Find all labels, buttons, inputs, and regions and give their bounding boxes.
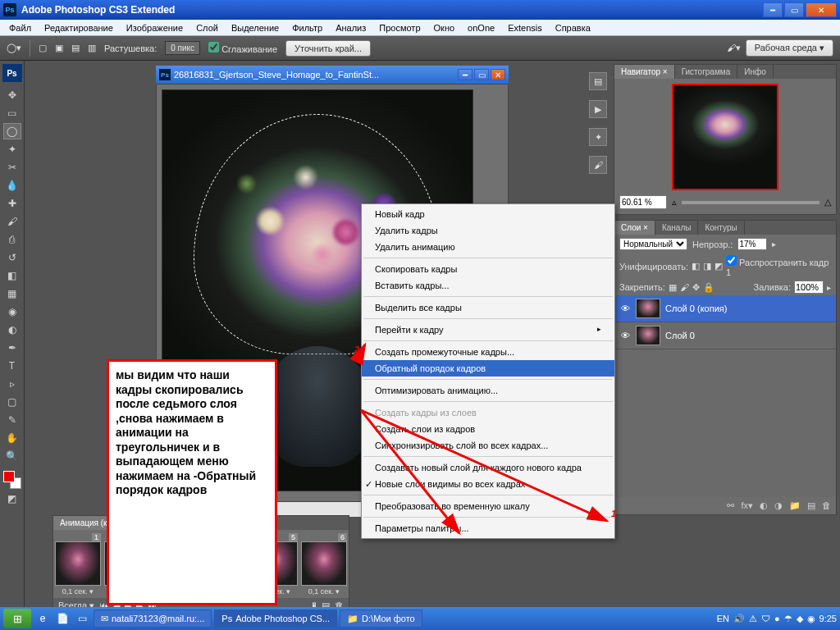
lock-all-icon[interactable]: 🔒 [703, 282, 714, 293]
menu-Справка[interactable]: Справка [550, 21, 596, 34]
refine-edge-button[interactable]: Уточнить край... [285, 40, 371, 57]
tray-icon[interactable]: ◆ [797, 614, 803, 624]
brush-preset-icon[interactable]: 🖌▾ [727, 43, 741, 53]
tab-Инфо[interactable]: Инфо [737, 65, 774, 79]
lasso-tool[interactable]: ◯ [3, 123, 21, 139]
heal-tool[interactable]: ✚ [3, 195, 21, 212]
history-brush-tool[interactable]: ↺ [3, 249, 21, 266]
type-tool[interactable]: T [3, 358, 21, 374]
notes-tool[interactable]: ✎ [3, 412, 21, 428]
menu-item[interactable]: Перейти к кадру [362, 322, 614, 338]
menu-Extensis[interactable]: Extensis [502, 21, 548, 34]
lock-transparent-icon[interactable]: ▦ [669, 282, 677, 293]
minimize-button[interactable]: ━ [763, 2, 783, 17]
menu-item[interactable]: Новые слои видимы во всех кадрах [362, 476, 614, 492]
stamp-tool[interactable]: ⎙ [3, 231, 21, 248]
unify-icon-1[interactable]: ◧ [692, 261, 700, 272]
quick-desktop-icon[interactable]: ▭ [74, 610, 90, 627]
doc-minimize[interactable]: ━ [458, 69, 472, 80]
dock-btn-2[interactable]: ▶ [589, 100, 607, 118]
doc-maximize[interactable]: ▭ [474, 69, 489, 80]
lasso-icon[interactable]: ◯▾ [7, 43, 21, 53]
tab-Навигатор ×[interactable]: Навигатор × [614, 65, 675, 79]
navigator-zoom-input[interactable] [619, 195, 667, 209]
selection-mode-add[interactable]: ▣ [55, 43, 63, 53]
path-tool[interactable]: ▹ [3, 376, 21, 392]
menu-item[interactable]: Создать слои из кадров [362, 421, 614, 437]
dock-btn-1[interactable]: ▤ [589, 72, 607, 90]
menu-item[interactable]: Скопировать кадры [362, 261, 614, 277]
menu-item[interactable]: Новый кадр [362, 206, 614, 222]
menu-Фильтр[interactable]: Фильтр [286, 21, 328, 34]
menu-Файл[interactable]: Файл [3, 21, 37, 34]
lock-pixels-icon[interactable]: 🖌 [680, 282, 689, 292]
tray-icon[interactable]: ☂ [784, 614, 792, 624]
delete-layer-icon[interactable]: 🗑 [822, 500, 831, 511]
unify-icon-3[interactable]: ◩ [714, 261, 723, 272]
tab-Каналы[interactable]: Каналы [655, 221, 699, 235]
menu-item[interactable]: Преобразовать во временную шкалу [362, 498, 614, 514]
zoom-out-icon[interactable]: ▵ [672, 197, 677, 208]
unify-icon-2[interactable]: ◨ [703, 261, 711, 272]
visibility-icon[interactable]: 👁 [619, 304, 631, 313]
tab-Слои ×[interactable]: Слои × [614, 221, 655, 235]
menu-Слой[interactable]: Слой [190, 21, 224, 34]
layer-fx-icon[interactable]: fx▾ [741, 500, 753, 511]
tab-Гистограмма[interactable]: Гистограмма [675, 65, 738, 79]
selection-mode-sub[interactable]: ▤ [71, 43, 80, 53]
doc-close[interactable]: ✕ [491, 69, 505, 80]
selection-mode-new[interactable]: ▢ [39, 43, 47, 53]
layer-group-icon[interactable]: 📁 [789, 500, 801, 511]
adjustment-layer-icon[interactable]: ◑ [774, 500, 783, 511]
menu-onOne[interactable]: onOne [462, 21, 500, 34]
crop-tool[interactable]: ✂ [3, 159, 21, 176]
link-layers-icon[interactable]: ⚯ [727, 500, 734, 511]
tab-Контуры[interactable]: Контуры [698, 221, 744, 235]
blur-tool[interactable]: ◉ [3, 304, 21, 320]
document-titlebar[interactable]: Ps 26816831_Gjertson_Steve_Homage_to_Fan… [156, 66, 509, 84]
dock-btn-3[interactable]: ✦ [589, 128, 607, 146]
feather-input[interactable]: 0 пикс [165, 41, 200, 55]
tray-icon[interactable]: ⚠ [749, 614, 757, 624]
menu-item[interactable]: Выделить все кадры [362, 299, 614, 316]
fill-input[interactable] [794, 281, 824, 294]
taskbar-task[interactable]: 📁D:\Мои фото [340, 609, 422, 628]
marquee-tool[interactable]: ▭ [3, 105, 21, 121]
quickmask-toggle[interactable]: ◩ [3, 491, 21, 507]
lang-indicator[interactable]: EN [717, 614, 729, 623]
menu-Редактирование[interactable]: Редактирование [39, 21, 119, 34]
menu-item[interactable]: Создать промежуточные кадры... [362, 344, 614, 360]
move-tool[interactable]: ✥ [3, 87, 21, 103]
menu-item[interactable]: Создавать новый слой для каждого нового … [362, 459, 614, 476]
close-button[interactable]: ✕ [806, 2, 837, 17]
menu-item[interactable]: Синхронизировать слой во всех кадрах... [362, 437, 614, 454]
menu-item[interactable]: Удалить кадры [362, 222, 614, 239]
start-button[interactable]: ⊞ [3, 609, 31, 628]
tray-icon[interactable]: 🛡 [761, 614, 770, 623]
new-layer-icon[interactable]: ▤ [807, 500, 815, 511]
wand-tool[interactable]: ✦ [3, 141, 21, 158]
menu-item[interactable]: Оптимизировать анимацию... [362, 382, 614, 399]
taskbar-task[interactable]: PsAdobe Photoshop CS... [214, 609, 337, 628]
color-swatches[interactable] [3, 471, 21, 489]
selection-mode-intersect[interactable]: ▥ [88, 43, 96, 53]
dodge-tool[interactable]: ◐ [3, 322, 21, 338]
hand-tool[interactable]: ✋ [3, 430, 21, 446]
brush-tool[interactable]: 🖌 [3, 213, 21, 230]
opacity-input[interactable] [737, 238, 767, 250]
frame-6[interactable]: 60,1 сек. ▾ [301, 533, 347, 596]
layer-item[interactable]: 👁Слой 0 (копия) [614, 295, 836, 322]
propagate-checkbox[interactable]: Распространить кадр 1 [726, 255, 831, 277]
eyedropper-tool[interactable]: 💧 [3, 177, 21, 194]
navigator-thumb[interactable] [672, 84, 778, 190]
gradient-tool[interactable]: ▦ [3, 285, 21, 302]
pen-tool[interactable]: ✒ [3, 340, 21, 356]
layer-mask-icon[interactable]: ◐ [760, 500, 768, 511]
frame-1[interactable]: 10,1 сек. ▾ [55, 533, 101, 596]
workspace-button[interactable]: Рабочая среда ▾ [746, 39, 833, 57]
clock[interactable]: 9:25 [819, 614, 837, 623]
layer-item[interactable]: 👁Слой 0 [614, 322, 836, 349]
quick-doc-icon[interactable]: 📄 [54, 610, 71, 627]
tray-icon[interactable]: ● [774, 614, 780, 623]
zoom-tool[interactable]: 🔍 [3, 448, 21, 464]
